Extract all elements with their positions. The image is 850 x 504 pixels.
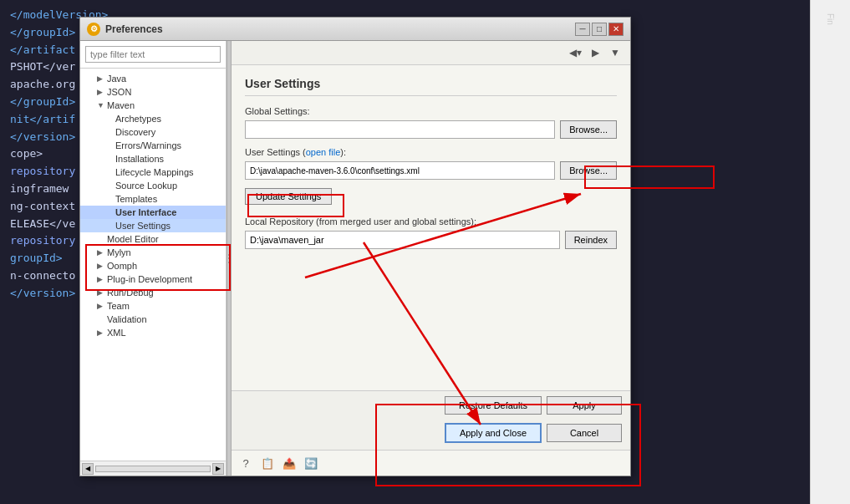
restore-defaults-button[interactable]: Restore Defaults: [445, 396, 542, 415]
user-browse-button[interactable]: Browse...: [560, 161, 617, 180]
bottom-row1: Restore Defaults Apply: [232, 391, 630, 420]
sidebar-item-label: Source Lookup: [115, 181, 177, 191]
sidebar-item-ui[interactable]: User Interface: [80, 206, 226, 219]
sidebar: ▶ Java ▶ JSON ▼ Maven Archetypes Dis: [80, 41, 226, 476]
sidebar-item-label: Errors/Warnings: [115, 140, 181, 150]
sidebar-item-label: Maven: [107, 100, 135, 110]
arrow-icon: ▶: [97, 275, 104, 283]
user-settings-row: Browse...: [245, 161, 617, 180]
scroll-right-arrow[interactable]: ▶: [212, 463, 224, 475]
search-box: [80, 41, 226, 69]
right-panel-find[interactable]: Fin: [822, 7, 838, 27]
export-icon[interactable]: 📤: [282, 456, 297, 471]
bottom-row2: Apply and Close Cancel: [232, 420, 630, 450]
sidebar-item-errors[interactable]: Errors/Warnings: [80, 139, 226, 152]
sidebar-item-plugin[interactable]: ▶ Plug-in Development: [80, 272, 226, 286]
cancel-button[interactable]: Cancel: [547, 424, 622, 442]
sidebar-item-label: Lifecycle Mappings: [115, 167, 194, 177]
content-title: User Settings: [245, 77, 617, 96]
sidebar-scrollbar[interactable]: ◀ ▶: [80, 461, 226, 476]
sidebar-item-label: Team: [107, 301, 130, 311]
sidebar-item-team[interactable]: ▶ Team: [80, 299, 226, 313]
main-content: ◀▾ ▶ ▼ User Settings Global Settings: Br…: [232, 41, 630, 476]
right-panel: Fin: [810, 0, 850, 504]
sidebar-item-xml[interactable]: ▶ XML: [80, 326, 226, 339]
open-file-link[interactable]: open file: [306, 147, 341, 157]
arrow-icon: ▼: [97, 101, 104, 109]
reindex-button[interactable]: Reindex: [565, 231, 617, 249]
sidebar-item-java[interactable]: ▶ Java: [80, 72, 226, 85]
arrow-icon: ▶: [97, 302, 104, 310]
user-settings-input[interactable]: [245, 161, 555, 180]
dialog-title: Preferences: [105, 23, 163, 35]
sidebar-item-json[interactable]: ▶ JSON: [80, 85, 226, 99]
help-row: ? 📋 📤 🔄: [232, 450, 630, 476]
sidebar-item-validation[interactable]: Validation: [80, 313, 226, 326]
global-settings-label: Global Settings:: [245, 106, 617, 116]
minimize-button[interactable]: ─: [575, 23, 590, 36]
sidebar-item-source[interactable]: Source Lookup: [80, 179, 226, 192]
sidebar-item-label: JSON: [107, 87, 131, 97]
sidebar-item-model[interactable]: Model Editor: [80, 232, 226, 246]
user-settings-label: User Settings (open file):: [245, 147, 617, 157]
resize-handle[interactable]: [226, 41, 232, 476]
sidebar-item-maven[interactable]: ▼ Maven: [80, 99, 226, 112]
sidebar-item-label: Plug-in Development: [107, 274, 192, 284]
scroll-left-arrow[interactable]: ◀: [82, 463, 94, 475]
forward-button[interactable]: ▶: [587, 44, 603, 61]
maximize-button[interactable]: □: [592, 23, 607, 36]
sidebar-item-lifecycle[interactable]: Lifecycle Mappings: [80, 165, 226, 179]
local-repo-row: Reindex: [245, 231, 617, 249]
apply-close-button[interactable]: Apply and Close: [445, 423, 542, 443]
global-settings-input[interactable]: [245, 120, 555, 139]
sidebar-item-rundebug[interactable]: ▶ Run/Debug: [80, 286, 226, 299]
close-button[interactable]: ✕: [608, 23, 624, 36]
help-icon[interactable]: ?: [238, 456, 253, 471]
dialog-body: ▶ Java ▶ JSON ▼ Maven Archetypes Dis: [80, 41, 630, 476]
sidebar-item-label: Discovery: [115, 127, 155, 137]
local-repo-input[interactable]: [245, 231, 560, 249]
dialog-title-bar: ⚙ Preferences ─ □ ✕: [80, 18, 630, 41]
sidebar-item-label: Oomph: [107, 261, 137, 271]
sidebar-item-templates[interactable]: Templates: [80, 192, 226, 206]
sidebar-item-label: XML: [107, 328, 126, 338]
arrow-icon: ▶: [97, 328, 104, 337]
apply-button[interactable]: Apply: [547, 396, 622, 415]
bottom-area: Restore Defaults Apply Apply and Close C…: [232, 390, 630, 450]
arrow-icon: ▶: [97, 88, 104, 96]
sidebar-item-label: Templates: [115, 194, 157, 204]
content-area: User Settings Global Settings: Browse...…: [232, 65, 630, 390]
arrow-icon: ▶: [97, 248, 104, 257]
dialog-icon: ⚙: [87, 23, 100, 36]
scroll-track: [95, 466, 211, 472]
local-repo-label: Local Repository (from merged user and g…: [245, 216, 617, 227]
sidebar-item-label: Run/Debug: [107, 288, 154, 298]
sidebar-item-label: User Interface: [115, 207, 176, 217]
document-icon[interactable]: 📋: [260, 456, 275, 471]
arrow-icon: ▶: [97, 288, 104, 297]
sidebar-item-oomph[interactable]: ▶ Oomph: [80, 259, 226, 272]
arrow-icon: ▶: [97, 262, 104, 270]
sidebar-item-archetypes[interactable]: Archetypes: [80, 112, 226, 125]
arrow-icon: ▶: [97, 74, 104, 83]
update-settings-button[interactable]: Update Settings: [245, 188, 332, 205]
sidebar-item-usersettings[interactable]: User Settings: [80, 219, 226, 232]
sidebar-item-mylyn[interactable]: ▶ Mylyn: [80, 246, 226, 259]
sidebar-item-installations[interactable]: Installations: [80, 152, 226, 165]
title-buttons: ─ □ ✕: [575, 23, 624, 36]
dropdown-button[interactable]: ▼: [607, 44, 624, 61]
refresh-icon[interactable]: 🔄: [303, 456, 318, 471]
search-input[interactable]: [85, 46, 221, 63]
global-browse-button[interactable]: Browse...: [560, 120, 617, 139]
global-settings-row: Browse...: [245, 120, 617, 139]
tree-area: ▶ Java ▶ JSON ▼ Maven Archetypes Dis: [80, 69, 226, 461]
sidebar-item-label: User Settings: [115, 221, 171, 231]
sidebar-item-discovery[interactable]: Discovery: [80, 125, 226, 139]
sidebar-item-label: Model Editor: [107, 234, 159, 244]
back-button[interactable]: ◀▾: [567, 44, 583, 61]
preferences-dialog: ⚙ Preferences ─ □ ✕ ▶ Java ▶ JSON: [79, 17, 631, 476]
sidebar-item-label: Archetypes: [115, 114, 161, 124]
sidebar-item-label: Mylyn: [107, 247, 131, 257]
toolbar: ◀▾ ▶ ▼: [232, 41, 630, 65]
sidebar-item-label: Java: [107, 74, 126, 84]
